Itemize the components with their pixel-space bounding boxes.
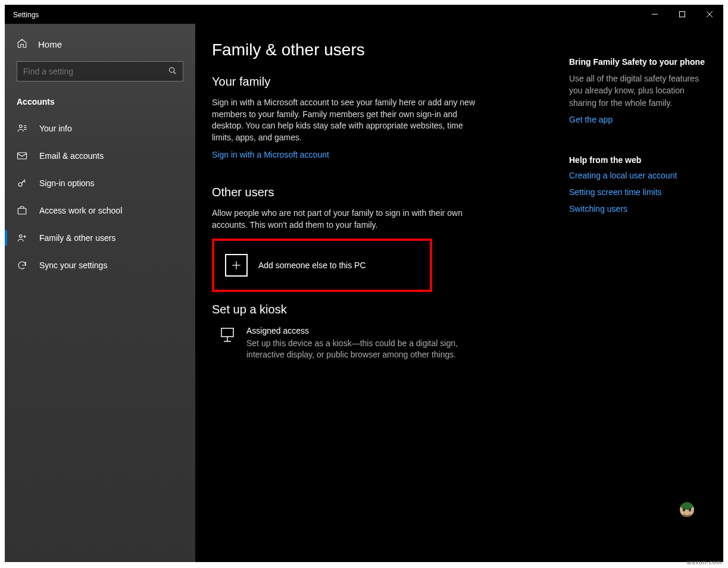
get-app-link[interactable]: Get the app [569, 115, 706, 124]
other-users-description: Allow people who are not part of your fa… [212, 208, 480, 231]
mail-icon [17, 150, 27, 161]
svg-point-22 [683, 508, 685, 511]
svg-rect-18 [221, 328, 233, 337]
signin-microsoft-link[interactable]: Sign in with a Microsoft account [212, 150, 329, 159]
sync-icon [17, 260, 27, 271]
svg-rect-10 [18, 153, 27, 159]
minimize-button[interactable] [641, 5, 668, 24]
main-area: Family & other users Your family Sign in… [195, 24, 723, 562]
settings-window: Settings Home [5, 5, 723, 562]
family-safety-heading: Bring Family Safety to your phone [569, 57, 706, 67]
family-safety-description: Use all of the digital safety features y… [569, 73, 706, 109]
help-link-screen-time[interactable]: Setting screen time limits [569, 187, 706, 197]
help-link-switching-users[interactable]: Switching users [569, 204, 706, 214]
window-controls [641, 5, 723, 24]
search-wrap [5, 61, 195, 92]
key-icon [17, 178, 27, 189]
close-button[interactable] [696, 5, 723, 24]
plus-icon [225, 254, 248, 277]
sidebar-item-label: Family & other users [39, 233, 115, 243]
sidebar-item-label: Sync your settings [39, 261, 107, 270]
page-title: Family & other users [212, 40, 545, 59]
svg-line-5 [174, 72, 176, 74]
sidebar-item-label: Sign-in options [39, 178, 95, 188]
right-column: Bring Family Safety to your phone Use al… [569, 40, 706, 562]
svg-point-6 [20, 125, 23, 128]
assigned-access-title: Assigned access [246, 326, 473, 335]
add-someone-button[interactable]: Add someone else to this PC [212, 239, 432, 292]
help-heading: Help from the web [569, 155, 706, 165]
sidebar-item-access-work-school[interactable]: Access work or school [5, 197, 195, 224]
titlebar: Settings [5, 5, 723, 24]
svg-point-11 [18, 183, 22, 186]
watermark-text: wsxun.com [687, 559, 722, 566]
sidebar-item-label: Your info [39, 124, 72, 133]
svg-point-23 [689, 508, 691, 511]
content-column: Family & other users Your family Sign in… [212, 40, 545, 562]
sidebar-item-label: Email & accounts [39, 151, 104, 161]
svg-point-13 [20, 235, 23, 238]
sidebar-item-label: Access work or school [39, 206, 122, 215]
svg-rect-1 [680, 12, 685, 17]
svg-rect-12 [18, 208, 26, 214]
watermark-icon [674, 499, 699, 526]
briefcase-icon [17, 205, 27, 216]
family-heading: Your family [212, 75, 545, 89]
window-body: Home Accounts Your info [5, 24, 723, 562]
home-label: Home [38, 39, 62, 49]
sidebar-item-family-other-users[interactable]: Family & other users [5, 224, 195, 252]
people-add-icon [17, 233, 27, 243]
sidebar-item-signin-options[interactable]: Sign-in options [5, 170, 195, 197]
search-icon [168, 66, 177, 78]
sidebar: Home Accounts Your info [5, 24, 195, 562]
help-link-create-local-user[interactable]: Creating a local user account [569, 171, 706, 180]
add-someone-label: Add someone else to this PC [258, 261, 366, 270]
home-icon [17, 38, 27, 51]
svg-point-4 [170, 68, 174, 73]
sidebar-section-label: Accounts [5, 92, 195, 115]
other-users-heading: Other users [212, 186, 545, 199]
person-icon [17, 123, 27, 134]
kiosk-heading: Set up a kiosk [212, 303, 545, 316]
sidebar-item-sync-settings[interactable]: Sync your settings [5, 252, 195, 279]
home-button[interactable]: Home [5, 31, 195, 61]
kiosk-icon [220, 327, 235, 361]
assigned-access-description: Set up this device as a kiosk—this could… [246, 338, 473, 361]
search-input[interactable] [17, 61, 183, 81]
maximize-button[interactable] [668, 5, 696, 24]
assigned-access-button[interactable]: Assigned access Set up this device as a … [212, 326, 545, 361]
sidebar-item-your-info[interactable]: Your info [5, 115, 195, 142]
family-description: Sign in with a Microsoft account to see … [212, 97, 480, 143]
window-title: Settings [5, 5, 39, 19]
sidebar-item-email-accounts[interactable]: Email & accounts [5, 142, 195, 170]
